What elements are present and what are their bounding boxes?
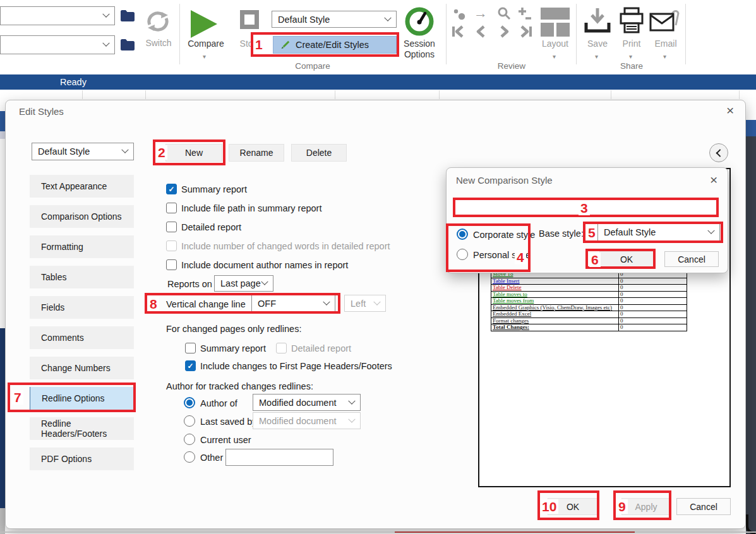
chevron-down-icon: [373, 298, 380, 305]
edit-styles-cancel-button[interactable]: Cancel: [676, 498, 731, 515]
stop-icon: [240, 10, 259, 29]
sidebar-item-formatting[interactable]: Formatting: [30, 235, 134, 258]
first-change-icon[interactable]: [451, 25, 466, 38]
ribbon-style-dropdown[interactable]: Default Style: [272, 11, 397, 28]
background-divider: [739, 90, 740, 99]
new-comparison-style-title: New Comparison Style: [456, 175, 553, 186]
last-saved-by-radio[interactable]: [184, 415, 195, 427]
next-change-icon[interactable]: [498, 25, 510, 38]
changed-pages-summary-checkbox[interactable]: [185, 343, 196, 353]
changed-pages-detailed-label: Detailed report: [291, 343, 351, 353]
changed-pages-detailed-checkbox: [276, 343, 287, 353]
goto-arrow-icon[interactable]: →: [474, 5, 488, 21]
summary-report-checkbox[interactable]: ✓: [166, 184, 177, 194]
sidebar-item-tables[interactable]: Tables: [30, 266, 134, 288]
annotation-number-10: 10: [540, 499, 558, 514]
table-row: Embedded Graphics (Visio, ChemDraw, Imag…: [491, 304, 687, 311]
background-divider: [611, 90, 611, 99]
sidebar-item-comparison-options[interactable]: Comparison Options: [30, 205, 134, 228]
last-change-icon[interactable]: [518, 25, 533, 38]
folder-icon: [120, 9, 135, 21]
compare-button[interactable]: Compare: [182, 39, 230, 49]
reports-on-label: Reports on: [167, 279, 212, 289]
document-dropdown-2[interactable]: [0, 35, 115, 54]
other-author-radio[interactable]: [184, 451, 195, 463]
annotation-number-2: 2: [156, 145, 167, 160]
review-group-label: Review: [471, 61, 553, 71]
sidebar-item-comments[interactable]: Comments: [30, 326, 134, 349]
reports-on-value: Last page: [220, 278, 261, 288]
chevron-down-icon: [384, 14, 391, 21]
switch-button[interactable]: [143, 8, 173, 35]
changes-dots-icon[interactable]: [451, 8, 467, 21]
compare-play-icon[interactable]: [191, 10, 217, 38]
include-file-path-checkbox[interactable]: [166, 203, 177, 213]
table-row: Total Changes:0: [491, 324, 687, 331]
chevron-down-icon: [348, 397, 355, 404]
open-folder-button-1[interactable]: [120, 9, 135, 21]
current-user-radio[interactable]: [184, 434, 195, 445]
new-style-cancel-button[interactable]: Cancel: [664, 251, 719, 267]
chevron-left-icon: [716, 149, 724, 157]
sidebar-item-change-numbers[interactable]: Change Numbers: [30, 357, 134, 379]
include-first-page-label: Include changes to First Page Headers/Fo…: [200, 361, 392, 371]
plus-minus-icon[interactable]: [517, 6, 533, 21]
annotation-number-5: 5: [586, 225, 597, 240]
layout-grid-icon[interactable]: [541, 8, 570, 37]
open-folder-button-2[interactable]: [120, 38, 135, 50]
other-author-label: Other: [200, 453, 223, 463]
include-author-names-checkbox[interactable]: [166, 259, 177, 270]
sidebar-item-fields[interactable]: Fields: [30, 296, 134, 319]
previous-change-icon[interactable]: [475, 25, 488, 38]
summary-report-label: Summary report: [181, 184, 247, 194]
email-button-label: Email: [651, 39, 680, 49]
background-strip: [0, 508, 5, 534]
save-menu-caret-icon: ▾: [595, 53, 598, 60]
author-of-dropdown[interactable]: Modified document: [253, 394, 361, 411]
background-divider: [145, 90, 146, 99]
rename-style-button[interactable]: Rename: [229, 144, 284, 162]
last-saved-by-value: Modified document: [259, 416, 337, 426]
save-icon: [583, 6, 612, 35]
switch-button-label: Switch: [140, 38, 177, 48]
style-selector-dropdown[interactable]: Default Style: [32, 143, 134, 160]
include-author-names-label: Include document author names in report: [181, 260, 348, 270]
author-of-radio[interactable]: [184, 397, 195, 408]
delete-style-button[interactable]: Delete: [291, 144, 347, 162]
changed-pages-heading: For changed pages only redlines:: [166, 324, 301, 334]
base-style-label: Base style:: [539, 228, 584, 239]
detailed-report-label: Detailed report: [181, 222, 241, 232]
author-of-label: Author of: [200, 398, 237, 408]
background-strip: [746, 136, 756, 534]
include-first-page-checkbox[interactable]: ✓: [185, 360, 196, 371]
collapse-preview-button[interactable]: [709, 143, 728, 162]
include-changed-words-label: Include number of changed words in detai…: [181, 241, 390, 251]
annotation-number-6: 6: [589, 252, 601, 267]
share-group-label: Share: [591, 61, 673, 71]
other-author-input[interactable]: [225, 449, 333, 466]
sidebar-item-text-appearance[interactable]: Text Appearance: [30, 175, 134, 198]
annotation-number-7: 7: [12, 390, 23, 405]
detailed-report-checkbox[interactable]: [166, 222, 177, 232]
sidebar-item-redline-headers-footers[interactable]: Redline Headers/Footers: [30, 417, 134, 440]
table-row: Format changes0: [491, 317, 687, 324]
session-options-button[interactable]: [404, 6, 435, 37]
close-icon[interactable]: ×: [710, 173, 717, 186]
folder-icon: [120, 38, 135, 50]
bottom-edge-red-line: [395, 531, 635, 533]
table-row: Table Insert0: [491, 278, 687, 285]
author-of-value: Modified document: [259, 398, 337, 408]
include-file-path-label: Include file path in summary report: [181, 203, 321, 213]
include-changed-words-checkbox: [166, 240, 177, 251]
close-icon[interactable]: ×: [726, 104, 734, 117]
document-dropdown-1[interactable]: [0, 6, 115, 25]
background-strip: [0, 328, 5, 508]
table-row: Embedded Excel0: [491, 311, 687, 318]
background-strip: [0, 131, 5, 139]
magnifier-icon[interactable]: [496, 6, 512, 21]
reports-on-dropdown[interactable]: Last page: [214, 275, 273, 292]
sidebar-item-pdf-options[interactable]: PDF Options: [30, 448, 134, 470]
background-divider: [82, 90, 83, 99]
compare-menu-caret-icon[interactable]: ▾: [203, 53, 206, 60]
background-divider: [335, 90, 335, 99]
